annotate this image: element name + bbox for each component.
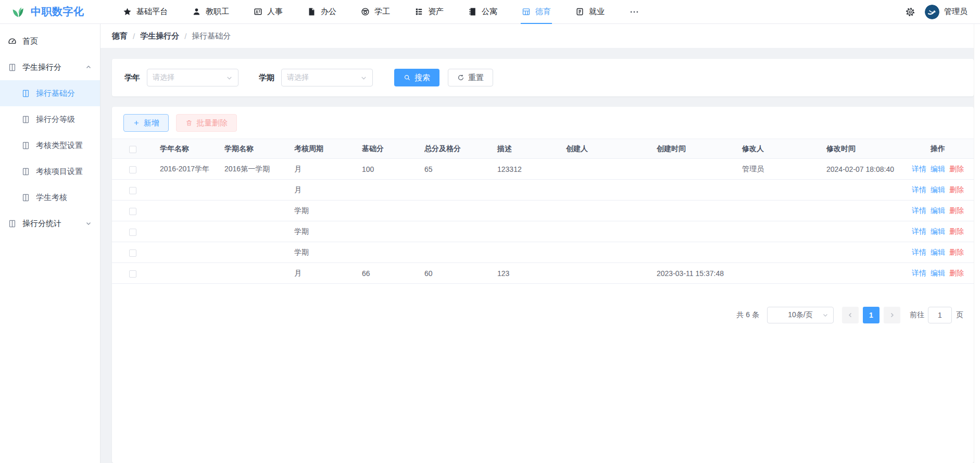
nav-item-student-affairs[interactable]: 学工 (361, 0, 390, 24)
delete-link[interactable]: 删除 (949, 248, 964, 256)
breadcrumb: 德育 / 学生操行分 / 操行基础分 (100, 24, 974, 48)
sidebar-item-student-assessment[interactable]: 学生考核 (0, 184, 100, 210)
nav-item-hr[interactable]: 人事 (254, 0, 283, 24)
page-number-1[interactable]: 1 (863, 307, 880, 323)
delete-link[interactable]: 删除 (949, 206, 964, 215)
sidebar-item-assessment-type-settings[interactable]: 考核类型设置 (0, 132, 100, 158)
next-page-button[interactable] (884, 307, 900, 323)
sidebar-item-assessment-item-settings[interactable]: 考核项目设置 (0, 158, 100, 184)
sidebar-label: 考核类型设置 (36, 141, 83, 151)
detail-link[interactable]: 详情 (912, 269, 926, 277)
add-button[interactable]: 新增 (123, 114, 169, 132)
sidebar-label: 学生操行分 (22, 62, 61, 72)
sidebar-item-home[interactable]: 首页 (0, 28, 100, 54)
app-title: 中职数字化 (31, 5, 84, 19)
data-table: 学年名称 学期名称 考核周期 基础分 总分及格分 描述 创建人 创建时间 修改人… (112, 139, 974, 284)
nav-item-base-platform[interactable]: 基础平台 (123, 0, 168, 24)
journal-icon (575, 7, 584, 16)
sidebar-group-conduct-score[interactable]: 学生操行分 (0, 54, 100, 80)
col-period: 考核周期 (288, 139, 356, 159)
sidebar-item-conduct-base-score[interactable]: 操行基础分 (0, 80, 100, 106)
row-checkbox[interactable] (129, 208, 136, 215)
detail-link[interactable]: 详情 (912, 206, 926, 215)
search-icon (404, 74, 411, 81)
goto-page-input[interactable] (928, 307, 952, 323)
nav-item-moral-education[interactable]: 德育 (522, 0, 551, 24)
row-checkbox[interactable] (129, 270, 136, 278)
detail-link[interactable]: 详情 (912, 227, 926, 235)
breadcrumb-item-moral-education[interactable]: 德育 (112, 31, 128, 41)
edit-link[interactable]: 编辑 (931, 227, 945, 235)
more-icon (629, 7, 639, 17)
scrollbar-track[interactable] (974, 24, 980, 463)
detail-link[interactable]: 详情 (912, 185, 926, 194)
nav-label: 基础平台 (136, 7, 168, 17)
sidebar-label: 学生考核 (36, 193, 67, 203)
term-select[interactable]: 请选择 (281, 69, 373, 86)
row-checkbox[interactable] (129, 249, 136, 257)
term-label: 学期 (259, 73, 274, 83)
breadcrumb-item-conduct-score[interactable]: 学生操行分 (140, 31, 179, 41)
reset-button-label: 重置 (468, 73, 484, 83)
page-unit-label: 页 (956, 310, 963, 320)
book-icon (21, 167, 30, 176)
row-checkbox[interactable] (129, 229, 136, 236)
nav-label: 资产 (428, 7, 444, 17)
search-button[interactable]: 搜索 (394, 69, 439, 86)
edit-link[interactable]: 编辑 (931, 185, 945, 194)
nav-item-staff[interactable]: 教职工 (192, 0, 229, 24)
school-year-select[interactable]: 请选择 (147, 69, 238, 86)
batch-delete-button[interactable]: 批量删除 (176, 114, 237, 132)
col-modified-time: 修改时间 (820, 139, 901, 159)
col-created-time: 创建时间 (650, 139, 736, 159)
star-icon (123, 7, 132, 16)
row-checkbox[interactable] (129, 166, 136, 173)
brand[interactable]: 中职数字化 (11, 5, 104, 19)
app-logo-icon (11, 5, 26, 19)
plus-icon (133, 119, 140, 127)
nav-item-apartment[interactable]: 公寓 (468, 0, 497, 24)
detail-link[interactable]: 详情 (912, 248, 926, 256)
user-menu[interactable]: 管理员 (925, 5, 968, 19)
delete-link[interactable]: 删除 (949, 269, 964, 277)
nav-item-assets[interactable]: 资产 (414, 0, 444, 24)
table-row: 学期 详情编辑删除 (112, 221, 974, 242)
trash-icon (185, 119, 193, 127)
sidebar-label: 操行分等级 (36, 115, 75, 124)
table-panel: 新增 批量删除 (112, 107, 974, 463)
navbar-right: 管理员 (905, 5, 968, 19)
col-year: 学年名称 (154, 139, 218, 159)
delete-link[interactable]: 删除 (949, 165, 964, 173)
goto-label: 前往 (910, 310, 924, 320)
col-creator: 创建人 (560, 139, 650, 159)
user-name: 管理员 (944, 7, 968, 17)
nav-more-button[interactable] (629, 0, 639, 24)
reset-button[interactable]: 重置 (448, 69, 493, 86)
filter-panel: 学年 请选择 学期 请选择 搜索 (112, 59, 974, 96)
term-placeholder: 请选择 (287, 73, 309, 82)
sidebar-group-conduct-statistics[interactable]: 操行分统计 (0, 210, 100, 236)
col-actions: 操作 (901, 139, 974, 159)
edit-link[interactable]: 编辑 (931, 206, 945, 215)
nav-item-employment[interactable]: 就业 (575, 0, 605, 24)
list-icon (414, 7, 423, 16)
sidebar-label: 操行分统计 (22, 219, 61, 229)
delete-link[interactable]: 删除 (949, 185, 964, 194)
page-size-select[interactable]: 10条/页 (767, 307, 834, 323)
edit-link[interactable]: 编辑 (931, 248, 945, 256)
edit-link[interactable]: 编辑 (931, 269, 945, 277)
sidebar-item-conduct-grade[interactable]: 操行分等级 (0, 106, 100, 132)
edit-link[interactable]: 编辑 (931, 165, 945, 173)
table-header-row: 学年名称 学期名称 考核周期 基础分 总分及格分 描述 创建人 创建时间 修改人… (112, 139, 974, 159)
nav-label: 就业 (589, 7, 605, 17)
row-checkbox[interactable] (129, 187, 136, 194)
book-icon (21, 141, 30, 150)
id-card-icon (254, 7, 262, 16)
detail-link[interactable]: 详情 (912, 165, 926, 173)
select-all-checkbox[interactable] (129, 146, 136, 153)
nav-item-office[interactable]: 办公 (307, 0, 336, 24)
settings-gear-icon[interactable] (905, 7, 915, 17)
chevron-left-icon (847, 312, 853, 318)
delete-link[interactable]: 删除 (949, 227, 964, 235)
prev-page-button[interactable] (842, 307, 859, 323)
